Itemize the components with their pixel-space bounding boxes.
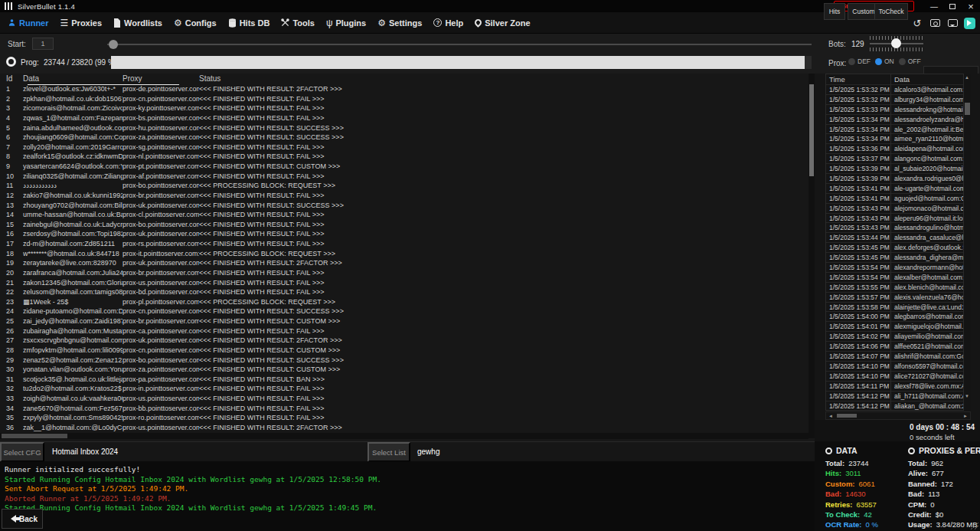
table-row[interactable]: 21zakon12345@hotmail.com:Gloria13prox-us… <box>0 278 808 288</box>
select-list-button[interactable]: Select List <box>368 442 410 462</box>
scroll-down-icon[interactable]: ▼ <box>965 394 969 398</box>
table-row[interactable]: 2zpkhan@hotmail.co.uk:dob150673prox-cn.p… <box>0 94 808 104</box>
tab-tocheck[interactable]: ToCheck <box>874 3 908 20</box>
table-row[interactable]: 20zarafranca@hotmail.com:Julia2438.prox-… <box>0 268 808 278</box>
hit-row[interactable]: 1/5/2025 1:53:54 PMalexalber@hotmail.com… <box>826 273 963 283</box>
back-button[interactable]: Back <box>2 509 43 529</box>
hit-row[interactable]: 1/5/2025 1:54:07 PMalishrif@hotmail.com:… <box>826 352 963 362</box>
hit-row[interactable]: 1/5/2025 1:54:01 PMalexmiguelojo@hotmail… <box>826 322 963 332</box>
table-row[interactable]: 9yasartercan6624@outlook.com:Yy1:prox-pt… <box>0 162 808 172</box>
prox-radio-on[interactable]: ON <box>875 57 894 65</box>
hit-row[interactable]: 1/5/2025 1:53:45 PMalex.deforges@outlook… <box>826 243 963 253</box>
hit-row[interactable]: 1/5/2025 1:53:41 PMale-ugarte@hotmail.co… <box>826 184 963 194</box>
menu-hits-db[interactable]: Hits DB <box>228 18 270 28</box>
menu-proxies[interactable]: ☰Proxies <box>60 18 103 28</box>
menu-tools[interactable]: Tools <box>281 18 315 28</box>
table-row[interactable]: 18w*******@hotmail.co.uk:844718prox-it.p… <box>0 249 808 259</box>
results-horizontal-scrollbar[interactable] <box>0 433 808 439</box>
table-row[interactable]: 16zserdosy@hotmail.com:Topi198206prox-uk… <box>0 229 808 239</box>
scroll-right-icon[interactable]: ► <box>963 414 968 418</box>
menu-configs[interactable]: ⚙Configs <box>174 18 217 28</box>
scrollbar-thumb[interactable] <box>837 414 857 418</box>
table-row[interactable]: 4zqwas_1@hotmail.com:Fazepamaajprox-bs.p… <box>0 113 808 123</box>
table-row[interactable]: 31scotjock35@.hotmail.co.uk:littlejakepr… <box>0 375 808 385</box>
menu-help[interactable]: ?Help <box>433 18 463 28</box>
table-row[interactable]: 24zidane-putoamo@hotmail.com:Dio:prox-cn… <box>0 306 808 316</box>
table-row[interactable]: 17zd-m@hotmail.com:Zd851211prox-rs.point… <box>0 239 808 249</box>
hit-row[interactable]: 1/5/2025 1:53:41 PMaguojed@hotmail.com:C <box>826 194 963 204</box>
hit-row[interactable]: 1/5/2025 1:53:37 PMalangonc@hotmail.com: <box>826 154 963 164</box>
hit-row[interactable]: 1/5/2025 1:53:34 PMalessandroelyzandra@h… <box>826 115 963 125</box>
scroll-up-icon[interactable]: ▲ <box>965 75 969 80</box>
prox-radio-def[interactable]: DEF <box>848 57 871 65</box>
table-row[interactable]: 11دددددددددددprox-bo.pointtoserver.com<<… <box>0 181 808 191</box>
menu-settings[interactable]: ⚙Settings <box>377 18 422 28</box>
hit-row[interactable]: 1/5/2025 1:53:32 PMalcaloro3@hotmail.com… <box>826 85 963 95</box>
hit-row[interactable]: 1/5/2025 1:53:57 PMalexis.valenzuela76@h… <box>826 293 963 303</box>
table-row[interactable]: 28zmfopvktm@hotmail.com:lili009900prox-c… <box>0 346 808 356</box>
menu-runner[interactable]: Runner <box>8 18 49 28</box>
start-input[interactable] <box>32 38 54 50</box>
table-row[interactable]: 34zane5670@hotmail.com:Fez567005prox-bb.… <box>0 404 808 414</box>
hit-row[interactable]: 1/5/2025 1:53:39 PMalexandra.rodrigues0@… <box>826 174 963 184</box>
minimize-button[interactable]: — <box>925 0 943 12</box>
telegram-icon[interactable] <box>964 18 975 29</box>
hit-row[interactable]: 1/5/2025 1:53:43 PMaleperu96@hotmail.it:… <box>826 214 963 224</box>
bots-slider-handle[interactable] <box>891 38 901 48</box>
table-row[interactable]: 14umme-hassan@hotmail.co.uk:Basri1prox-c… <box>0 210 808 220</box>
table-row[interactable]: 1zlevel@outlook.es:Jw6030t+-*prox-de.poi… <box>0 84 808 94</box>
hit-row[interactable]: 1/5/2025 1:54:06 PMalffee0521@hotmail.co… <box>826 342 963 352</box>
scrollbar-thumb[interactable] <box>2 434 67 438</box>
scrollbar-thumb[interactable] <box>965 103 970 115</box>
prox-radio-off[interactable]: OFF <box>899 57 921 65</box>
table-row[interactable]: 36zak__1@hotmail.com:@Lo0dyCo0lprox-us.p… <box>0 423 808 433</box>
hit-row[interactable]: 1/5/2025 1:53:54 PMalexandrepormann@hot <box>826 263 963 273</box>
menu-plugins[interactable]: ψPlugins <box>326 18 366 28</box>
screenshot-camera-icon[interactable] <box>929 17 941 29</box>
position-slider-handle[interactable] <box>109 40 118 49</box>
hit-row[interactable]: 1/5/2025 1:53:43 PMalejomonaco@hotmail.c… <box>826 204 963 214</box>
hit-row[interactable]: 1/5/2025 1:54:11 PMalexsf78@live.com.mx:… <box>826 382 963 392</box>
table-row[interactable]: 12zakio7@hotmail.co.uk:kunni1992prox-br.… <box>0 191 808 201</box>
hits-vertical-scrollbar[interactable]: ▲ ▼ <box>964 74 971 411</box>
resize-grip[interactable] <box>971 522 978 529</box>
table-row[interactable]: 7zolly20@hotmail.com:2019Garrosprox-sg.p… <box>0 143 808 152</box>
menu-silver-zone[interactable]: Silver Zone <box>475 18 530 28</box>
hit-row[interactable]: 1/5/2025 1:54:10 PMalfonso5597@hotmail.c… <box>826 362 963 372</box>
hit-row[interactable]: 1/5/2025 1:54:02 PMaliayemilio@hotmail.c… <box>826 332 963 342</box>
table-row[interactable]: 25zai_jedy@hotmail.com:Zaidi1987prox-br.… <box>0 316 808 326</box>
table-row[interactable]: 33zoigh@hotmail.co.uk:vaahkera06prox-us.… <box>0 394 808 404</box>
hit-row[interactable]: 1/5/2025 1:53:58 PMalainjette@live.ca:Lu… <box>826 303 963 313</box>
hit-row[interactable]: 1/5/2025 1:54:12 PMaliakan_@hotmail.com:… <box>826 402 963 411</box>
table-row[interactable]: 5zaina.abdulhameed@outlook.com:2prox-hu.… <box>0 123 808 133</box>
table-row[interactable]: 35zxpyly@hotmail.com:Sms890425!prox-ro.p… <box>0 413 808 423</box>
tab-hits[interactable]: Hits <box>824 3 845 20</box>
hit-row[interactable]: 1/5/2025 1:54:12 PMali_h711@hotmail.com:… <box>826 392 963 402</box>
table-row[interactable]: 23▦1Week - 25$prox-pl.pointtoserver.com<… <box>0 297 808 307</box>
results-vertical-scrollbar[interactable] <box>808 74 815 438</box>
select-cfg-button[interactable]: Select CFG <box>0 442 44 462</box>
hit-row[interactable]: 1/5/2025 1:53:33 PMalessandrokng@hotmail… <box>826 105 963 115</box>
table-row[interactable]: 26zubairagha@hotmail.com:Mustafa2prox-ca… <box>0 326 808 336</box>
table-row[interactable]: 27zsxcxscrvgbnbgnu@hotmail.com:awprox-uk… <box>0 336 808 346</box>
table-row[interactable]: 8zealfork15@outlook.cz:idknwmDaleprox-nl… <box>0 152 808 162</box>
hit-row[interactable]: 1/5/2025 1:53:44 PMalessandra_casaluce@h… <box>826 233 963 243</box>
position-slider[interactable] <box>107 44 812 45</box>
bots-slider[interactable] <box>870 36 923 51</box>
table-row[interactable]: 30yonatan.vilan@outlook.com:Yonataprox-z… <box>0 365 808 375</box>
hit-row[interactable]: 1/5/2025 1:54:10 PMalice721027@hotmail.c… <box>826 372 963 382</box>
hits-horizontal-scrollbar[interactable]: ◄ ► <box>825 411 971 420</box>
hit-row[interactable]: 1/5/2025 1:54:00 PMalegbarros@hotmail.co… <box>826 312 963 322</box>
table-row[interactable]: 13zhouyang0702@hotmail.com:Bill00prox-uk… <box>0 201 808 211</box>
table-row[interactable]: 32tu2do2@hotmail.com:Kratos22$prox-in.po… <box>0 384 808 394</box>
scrollbar-thumb[interactable] <box>809 84 814 176</box>
table-row[interactable]: 19zeraytareke@live.com:828970prox-uk.poi… <box>0 258 808 268</box>
maximize-button[interactable] <box>943 0 962 12</box>
table-row[interactable]: 3zicomorais@hotmail.com:Zicoivoneprox-ky… <box>0 103 808 113</box>
hit-row[interactable]: 1/5/2025 1:53:32 PMalburgy34@hotmail.com <box>826 95 963 105</box>
hit-row[interactable]: 1/5/2025 1:53:55 PMalex.blenich@hotmail.… <box>826 283 963 293</box>
close-button[interactable]: × <box>962 0 980 12</box>
hits-panel[interactable]: Time Data 1/5/2025 1:53:32 PMalcaloro3@h… <box>825 74 964 411</box>
table-row[interactable]: 29zenaz52@hotmail.com:Zenaz1234prox-bo.p… <box>0 356 808 365</box>
hit-row[interactable]: 1/5/2025 1:53:39 PMal_subaie2020@hotmail… <box>826 164 963 174</box>
